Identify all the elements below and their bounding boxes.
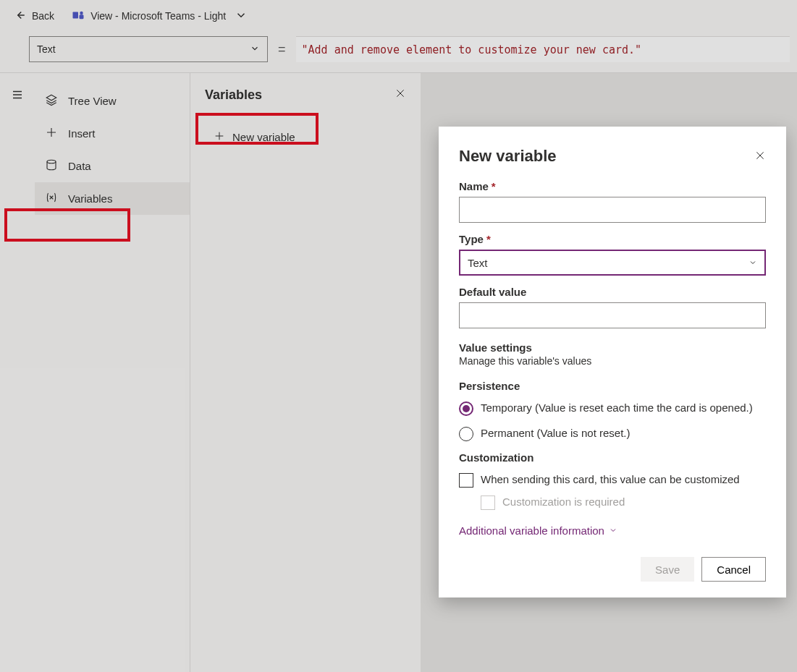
checkbox-icon xyxy=(459,473,473,488)
checkbox-required: Customization is required xyxy=(481,495,766,510)
checkbox-customizable[interactable]: When sending this card, this value can b… xyxy=(459,472,766,488)
plus-icon xyxy=(45,126,58,141)
new-variable-button[interactable]: New variable xyxy=(205,123,406,151)
formula-expression: "Add and remove element to customize you… xyxy=(302,43,642,56)
radio-icon xyxy=(459,427,473,441)
nav-list: Tree View Insert Data Variables xyxy=(35,73,190,672)
nav-label: Insert xyxy=(68,127,96,140)
checkbox-required-label: Customization is required xyxy=(502,495,625,509)
nav-tree-view[interactable]: Tree View xyxy=(35,85,190,117)
app-context-dropdown[interactable]: View - Microsoft Teams - Light xyxy=(67,6,252,27)
chevron-down-icon xyxy=(609,524,617,537)
radio-temporary-label: Temporary (Value is reset each time the … xyxy=(481,401,753,415)
back-label: Back xyxy=(32,10,54,22)
new-variable-dialog: New variable Name* Type* Text Default va… xyxy=(439,127,786,597)
checkbox-icon xyxy=(481,496,495,510)
nav-variables[interactable]: Variables xyxy=(35,182,190,215)
dialog-buttons: Save Cancel xyxy=(459,557,766,582)
svg-rect-2 xyxy=(80,14,84,19)
variables-panel-title: Variables xyxy=(205,88,406,103)
layers-icon xyxy=(45,93,58,109)
plus-icon xyxy=(214,130,225,144)
new-variable-label: New variable xyxy=(232,131,295,143)
back-button[interactable]: Back xyxy=(7,6,60,27)
type-label: Type* xyxy=(459,233,766,245)
variable-icon xyxy=(45,191,58,206)
type-dropdown[interactable]: Text xyxy=(459,250,766,276)
value-settings-heading: Value settings xyxy=(459,341,766,354)
radio-icon xyxy=(459,401,473,416)
nav-label: Data xyxy=(68,160,91,172)
hamburger-button[interactable] xyxy=(0,80,35,109)
nav-label: Variables xyxy=(68,192,112,205)
equals-sign: = xyxy=(275,42,289,57)
svg-point-3 xyxy=(47,160,56,163)
value-settings-subtext: Manage this variable's values xyxy=(459,355,766,367)
chevron-down-icon xyxy=(235,9,248,24)
name-label: Name* xyxy=(459,180,766,192)
nav-insert[interactable]: Insert xyxy=(35,117,190,150)
formula-bar: Text = "Add and remove element to custom… xyxy=(0,32,797,72)
close-dialog-button[interactable] xyxy=(754,150,766,163)
data-icon xyxy=(45,158,58,174)
persistence-heading: Persistence xyxy=(459,380,766,392)
checkbox-customizable-label: When sending this card, this value can b… xyxy=(481,472,740,487)
nav-label: Tree View xyxy=(68,95,117,107)
radio-temporary[interactable]: Temporary (Value is reset each time the … xyxy=(459,401,766,416)
cancel-button[interactable]: Cancel xyxy=(701,557,766,582)
property-selector[interactable]: Text xyxy=(29,36,268,62)
top-bar: Back View - Microsoft Teams - Light xyxy=(0,0,797,32)
radio-permanent-label: Permanent (Value is not reset.) xyxy=(481,426,630,441)
dialog-title: New variable xyxy=(459,147,557,166)
radio-permanent[interactable]: Permanent (Value is not reset.) xyxy=(459,426,766,441)
save-button[interactable]: Save xyxy=(641,557,694,582)
svg-point-1 xyxy=(80,11,83,14)
name-input[interactable] xyxy=(459,197,766,223)
type-value: Text xyxy=(468,257,488,269)
property-selector-value: Text xyxy=(37,43,56,55)
app-context-label: View - Microsoft Teams - Light xyxy=(90,10,226,22)
required-asterisk: * xyxy=(486,233,491,245)
teams-icon xyxy=(72,9,85,24)
chevron-down-icon xyxy=(748,257,757,269)
svg-rect-0 xyxy=(73,12,79,18)
nav-data[interactable]: Data xyxy=(35,150,190,182)
default-value-label: Default value xyxy=(459,286,766,298)
customization-heading: Customization xyxy=(459,451,766,464)
required-asterisk: * xyxy=(492,180,496,192)
back-arrow-icon xyxy=(13,9,26,24)
chevron-down-icon xyxy=(250,43,260,56)
formula-input[interactable]: "Add and remove element to customize you… xyxy=(296,36,790,62)
additional-info-link[interactable]: Additional variable information xyxy=(459,524,766,537)
nav-rail xyxy=(0,73,35,672)
variables-panel: Variables New variable xyxy=(190,73,421,672)
additional-info-label: Additional variable information xyxy=(459,524,604,537)
close-panel-button[interactable] xyxy=(395,88,406,101)
default-value-input[interactable] xyxy=(459,302,766,328)
